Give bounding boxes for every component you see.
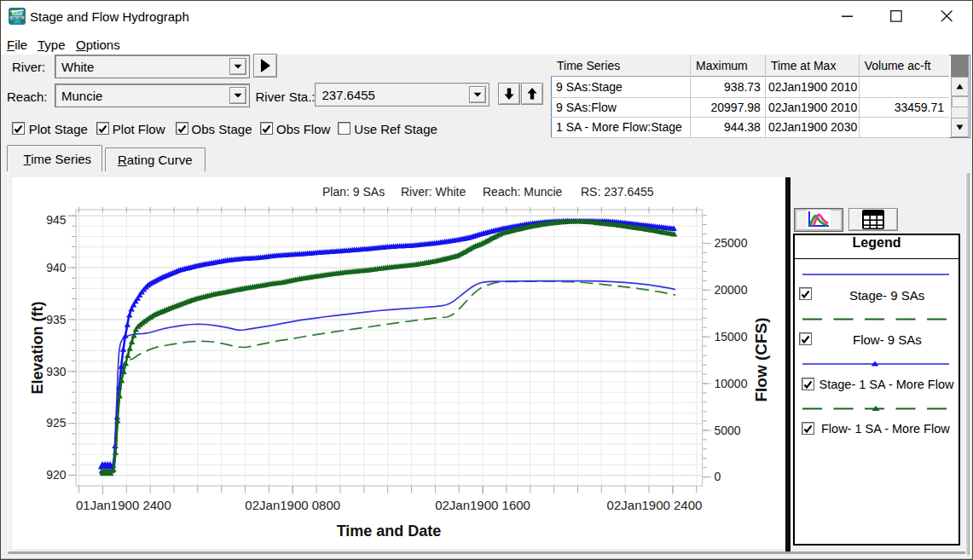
svg-text:Time and Date: Time and Date — [337, 522, 442, 540]
svg-text:945: 945 — [46, 213, 67, 227]
svg-text:920: 920 — [46, 468, 67, 482]
svg-text:935: 935 — [46, 313, 67, 326]
svg-text:5000: 5000 — [715, 424, 741, 437]
svg-text:Reach: Muncie: Reach: Muncie — [483, 185, 563, 199]
svg-text:25000: 25000 — [715, 236, 748, 250]
svg-text:925: 925 — [46, 416, 67, 430]
svg-text:0: 0 — [715, 470, 721, 483]
svg-text:RS: 237.6455: RS: 237.6455 — [581, 185, 654, 199]
svg-text:02Jan1900 0800: 02Jan1900 0800 — [245, 498, 340, 512]
svg-text:10000: 10000 — [715, 377, 748, 390]
svg-text:15000: 15000 — [715, 330, 748, 344]
svg-text:02Jan1900 1600: 02Jan1900 1600 — [435, 498, 530, 512]
svg-text:01Jan1900 2400: 01Jan1900 2400 — [76, 498, 171, 512]
svg-text:20000: 20000 — [715, 283, 748, 297]
svg-text:02Jan1900 2400: 02Jan1900 2400 — [607, 498, 703, 512]
svg-text:930: 930 — [46, 365, 67, 378]
svg-text:Plan: 9 SAs: Plan: 9 SAs — [322, 185, 385, 199]
svg-text:940: 940 — [46, 261, 67, 274]
svg-text:Elevation (ft): Elevation (ft) — [29, 301, 46, 394]
svg-text:Flow (CFS): Flow (CFS) — [752, 317, 770, 401]
svg-text:River: White: River: White — [401, 185, 466, 199]
